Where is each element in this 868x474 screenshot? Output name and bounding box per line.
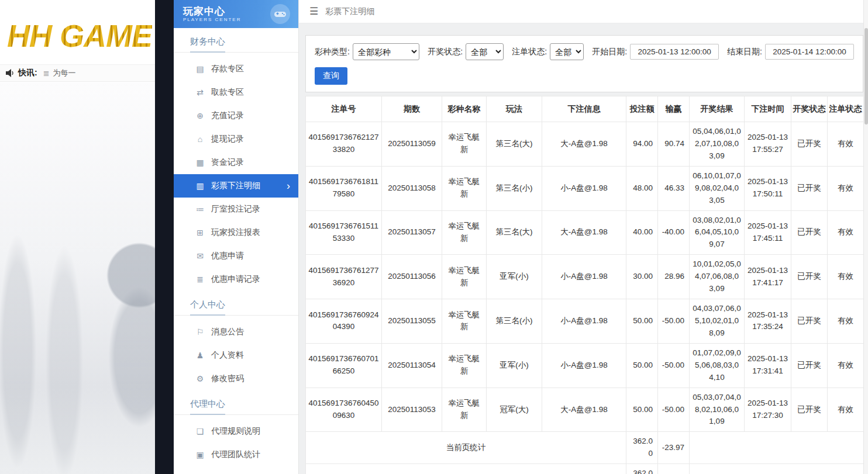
table-cell: 03,08,02,01,06,04,05,10,09,07 [690,210,745,255]
sidebar-header: 玩家中心 PLAYERS CENTER [174,0,298,28]
draw-status-select[interactable]: 全部 [466,43,504,60]
user-icon: ♟ [194,351,206,360]
table-cell: -40.00 [658,210,690,255]
sidebar-menu: 财务中心▤存款专区⇄取款专区⊕充值记录⌂提现记录▦资金记录▥彩票下注明细›≔厅室… [174,28,298,466]
table-cell: 04,03,07,06,05,10,02,01,08,09 [690,299,745,344]
table-cell: -50.00 [658,299,690,344]
sidebar-item-cashout-record[interactable]: ⌂提现记录 [174,127,298,151]
speaker-icon [6,69,15,77]
sidebar-item-lottery-bet-detail[interactable]: ▥彩票下注明细› [174,174,298,198]
table-body: 40156917367621273382020250113059幸运飞艇新第三名… [306,122,864,474]
sidebar-titles: 玩家中心 PLAYERS CENTER [183,6,241,22]
table-cell: 幸运飞艇新 [442,210,487,255]
table-row: 40156917367612773692020250113056幸运飞艇新亚军(… [306,255,864,299]
table-cell: 20250113055 [382,299,442,344]
table-cell: 40.00 [626,210,658,255]
table-cell: 幸运飞艇新 [442,122,487,167]
table-cell: 幸运飞艇新 [442,166,487,210]
sidebar-item-hall-bet-record[interactable]: ≔厅室投注记录 [174,198,298,221]
table-cell: 小-A盘@1.98 [542,166,626,210]
table-cell: 已开奖 [791,210,828,255]
agent-team-stats-icon: ▣ [194,450,206,459]
table-cell: 亚军(小) [487,255,542,299]
sidebar-item-promo-apply[interactable]: ✉优惠申请 [174,244,298,268]
withdraw-icon: ⇄ [194,88,206,97]
sidebar-item-label: 优惠申请 [211,251,290,261]
table-cell: 06,10,01,07,09,08,02,04,03,05 [690,166,745,210]
table-cell: 2025-01-13 17:27:30 [745,387,791,432]
sidebar-item-player-bet-report[interactable]: ⊞玩家投注报表 [174,221,298,244]
hall-bet-record-icon: ≔ [194,205,206,214]
column-header: 玩法 [487,96,542,122]
table-cell: 第三名(大) [487,122,542,167]
site-logo[interactable]: HH GAME [7,18,152,54]
column-header: 期数 [382,96,442,122]
table-cell: 有效 [828,343,864,387]
order-status-select[interactable]: 全部 [550,43,584,60]
table-cell: 30.00 [626,255,658,299]
sidebar-item-withdraw[interactable]: ⇄取款专区 [174,81,298,104]
sidebar-item-gear[interactable]: ⚙修改密码 [174,367,298,390]
deposit-icon: ▤ [194,64,206,74]
section-title: 个人中心 [174,291,298,316]
sidebar-item-label: 提现记录 [211,134,290,144]
promo-apply-icon: ✉ [194,251,206,261]
page-scrollbar[interactable] [863,0,868,474]
background-page: HH GAME 快讯: ≣ 为每一 [0,0,174,474]
column-header: 输赢 [658,96,690,122]
lottery-type-select[interactable]: 全部彩种 [353,43,419,60]
scrollbar-thumb[interactable] [864,28,868,124]
start-date-input[interactable] [630,44,719,60]
table-header-row: 注单号期数彩种名称玩法下注信息投注额输赢开奖结果下注时间开奖状态注单状态 [306,96,864,122]
column-header: 开奖状态 [791,96,828,122]
section-title: 财务中心 [174,28,298,53]
table-cell: 大-A盘@1.98 [542,210,626,255]
column-header: 下注时间 [745,96,791,122]
player-bet-report-icon: ⊞ [194,228,206,237]
content-topbar: ☰ 彩票下注明细 [299,0,863,23]
news-ticker: 为每一 [53,68,76,78]
table-cell: 第三名(小) [487,166,542,210]
lottery-bet-detail-icon: ▥ [194,181,206,191]
table-cell: 2025-01-13 17:45:11 [745,210,791,255]
sidebar-item-deposit[interactable]: ▤存款专区 [174,57,298,81]
stats-label: 总统计 [306,464,626,474]
capitol-background-image [0,82,174,474]
sidebar-item-agent-rules[interactable]: ❏代理规则说明 [174,420,298,443]
sidebar-item-user[interactable]: ♟个人资料 [174,344,298,367]
sidebar-title: 玩家中心 [183,6,241,17]
table-cell: 05,04,06,01,02,07,10,08,03,09 [690,122,745,167]
table-cell: 20250113058 [382,166,442,210]
sidebar-item-label: 彩票下注明细 [211,181,287,191]
sidebar-item-bell[interactable]: ⚐消息公告 [174,320,298,344]
menu-toggle-icon[interactable]: ☰ [309,5,318,18]
end-date-input[interactable] [765,44,854,60]
table-cell: 幸运飞艇新 [442,343,487,387]
table-row: 40156917367609240439020250113055幸运飞艇新第三名… [306,299,864,344]
sidebar-subtitle: PLAYERS CENTER [183,17,241,22]
screen: HH GAME 快讯: ≣ 为每一 玩家中心 PLAYERS CENTER 财务… [0,0,868,474]
funds-record-icon: ▦ [194,158,206,167]
sidebar-item-label: 修改密码 [211,373,290,384]
order-status-label: 注单状态: [512,47,547,57]
sidebar-item-label: 个人资料 [211,350,290,361]
table-cell: 48.00 [626,166,658,210]
stats-bet-total: 362.00 [626,432,658,464]
sidebar-item-promo-record[interactable]: ≣优惠申请记录 [174,268,298,291]
table-cell: 2025-01-13 17:50:11 [745,166,791,210]
sidebar-item-funds-record[interactable]: ▦资金记录 [174,151,298,174]
filter-row: 彩种类型: 全部彩种 开奖状态: 全部 注单状态: 全部 开始日期: 结束日期: [315,43,854,60]
sidebar-item-recharge-record[interactable]: ⊕充值记录 [174,104,298,127]
table-cell: 50.00 [626,299,658,344]
table-cell: 亚军(小) [487,343,542,387]
table-cell: 2025-01-13 17:55:27 [745,122,791,167]
table-cell: 2025-01-13 17:31:41 [745,343,791,387]
sidebar-item-label: 消息公告 [211,327,290,337]
search-button[interactable]: 查询 [315,67,347,85]
sidebar-item-agent-team-stats[interactable]: ▣代理团队统计 [174,443,298,466]
table-cell: 94.00 [626,122,658,167]
table-cell: 冠军(大) [487,387,542,432]
sidebar-item-label: 代理规则说明 [211,426,290,437]
table-cell: 已开奖 [791,299,828,344]
table-cell: -50.00 [658,343,690,387]
